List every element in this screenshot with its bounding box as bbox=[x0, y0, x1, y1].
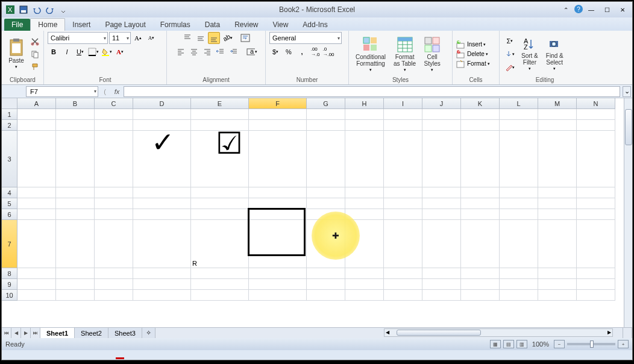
column-header-B[interactable]: B bbox=[56, 98, 95, 109]
worksheet-grid[interactable]: ABCDEFGHIJKLMN 12345678910 R ✓ ☑ ✚ bbox=[2, 98, 632, 327]
cell-H7[interactable] bbox=[345, 220, 384, 268]
sheet-tab-3[interactable]: Sheet3 bbox=[108, 328, 142, 338]
decrease-decimal-button[interactable]: .0→.00 bbox=[322, 46, 334, 58]
row-header-3[interactable]: 3 bbox=[2, 131, 17, 187]
cell-B8[interactable] bbox=[56, 268, 95, 279]
cell-G9[interactable] bbox=[307, 279, 345, 290]
cell-B5[interactable] bbox=[56, 198, 95, 209]
cell-E8[interactable] bbox=[191, 268, 249, 279]
copy-button[interactable] bbox=[29, 48, 41, 60]
cell-H9[interactable] bbox=[345, 279, 384, 290]
cell-G8[interactable] bbox=[307, 268, 345, 279]
cell-N8[interactable] bbox=[577, 268, 615, 279]
cell-L9[interactable] bbox=[500, 279, 538, 290]
font-color-button[interactable]: A▾ bbox=[114, 46, 126, 58]
cell-D7[interactable] bbox=[133, 220, 191, 268]
column-header-N[interactable]: N bbox=[577, 98, 615, 109]
cell-B3[interactable] bbox=[56, 131, 95, 187]
cell-E5[interactable] bbox=[191, 198, 249, 209]
number-format-dropdown[interactable]: General bbox=[269, 32, 342, 44]
clear-button[interactable]: ▾ bbox=[503, 61, 516, 74]
comma-format-button[interactable]: , bbox=[296, 46, 308, 58]
cell-J4[interactable] bbox=[422, 187, 461, 198]
tab-home[interactable]: Home bbox=[30, 18, 65, 31]
cell-I4[interactable] bbox=[384, 187, 422, 198]
cell-N9[interactable] bbox=[577, 279, 615, 290]
underline-button[interactable]: U▾ bbox=[74, 46, 86, 58]
cell-A5[interactable] bbox=[17, 198, 56, 209]
cell-I1[interactable] bbox=[384, 109, 422, 120]
cell-L8[interactable] bbox=[500, 268, 538, 279]
cell-A2[interactable] bbox=[17, 120, 56, 131]
tab-review[interactable]: Review bbox=[227, 19, 265, 31]
align-center-button[interactable] bbox=[188, 46, 200, 58]
cell-K9[interactable] bbox=[461, 279, 500, 290]
column-header-F[interactable]: F bbox=[249, 98, 307, 109]
column-header-I[interactable]: I bbox=[384, 98, 422, 109]
cell-F10[interactable] bbox=[249, 290, 307, 301]
sheet-nav-next[interactable]: ▶ bbox=[21, 328, 31, 338]
row-header-7[interactable]: 7 bbox=[2, 220, 17, 268]
cell-E4[interactable] bbox=[191, 187, 249, 198]
cell-I8[interactable] bbox=[384, 268, 422, 279]
vertical-scroll-thumb[interactable] bbox=[625, 109, 632, 145]
cell-N2[interactable] bbox=[577, 120, 615, 131]
cell-G5[interactable] bbox=[307, 198, 345, 209]
cell-H3[interactable] bbox=[345, 131, 384, 187]
file-tab[interactable]: File bbox=[4, 19, 30, 31]
row-header-8[interactable]: 8 bbox=[2, 268, 17, 279]
cell-D4[interactable] bbox=[133, 187, 191, 198]
sort-filter-button[interactable]: AZ Sort & Filter▾ bbox=[518, 36, 541, 73]
zoom-in-button[interactable]: + bbox=[618, 340, 629, 348]
accounting-format-button[interactable]: $▾ bbox=[269, 46, 281, 58]
cell-L2[interactable] bbox=[500, 120, 538, 131]
row-header-9[interactable]: 9 bbox=[2, 279, 17, 290]
cell-K7[interactable] bbox=[461, 220, 500, 268]
cell-A1[interactable] bbox=[17, 109, 56, 120]
bold-button[interactable]: B bbox=[48, 46, 60, 58]
cell-I3[interactable] bbox=[384, 131, 422, 187]
cell-E10[interactable] bbox=[191, 290, 249, 301]
cell-L3[interactable] bbox=[500, 131, 538, 187]
conditional-formatting-button[interactable]: Conditional Formatting▾ bbox=[353, 34, 389, 74]
cell-I9[interactable] bbox=[384, 279, 422, 290]
column-header-M[interactable]: M bbox=[538, 98, 577, 109]
cell-B7[interactable] bbox=[56, 220, 95, 268]
tab-data[interactable]: Data bbox=[198, 19, 227, 31]
row-header-5[interactable]: 5 bbox=[2, 198, 17, 209]
sheet-nav-last[interactable]: ⏭ bbox=[31, 328, 40, 338]
sheet-nav-first[interactable]: ⏮ bbox=[2, 328, 11, 338]
cell-F2[interactable] bbox=[249, 120, 307, 131]
row-header-4[interactable]: 4 bbox=[2, 187, 17, 198]
align-right-button[interactable] bbox=[201, 46, 213, 58]
align-bottom-button[interactable] bbox=[208, 32, 220, 44]
align-top-button[interactable] bbox=[181, 32, 193, 44]
cell-K4[interactable] bbox=[461, 187, 500, 198]
increase-indent-button[interactable] bbox=[228, 46, 240, 58]
zoom-slider[interactable] bbox=[567, 343, 615, 345]
column-header-C[interactable]: C bbox=[95, 98, 133, 109]
cell-C5[interactable] bbox=[95, 198, 133, 209]
name-box[interactable]: F7 bbox=[26, 86, 98, 97]
paste-button[interactable]: Paste ▾ bbox=[5, 37, 27, 71]
cell-N10[interactable] bbox=[577, 290, 615, 301]
cell-G7[interactable] bbox=[307, 220, 345, 268]
cell-H8[interactable] bbox=[345, 268, 384, 279]
cell-B2[interactable] bbox=[56, 120, 95, 131]
percent-format-button[interactable]: % bbox=[283, 46, 295, 58]
cell-F9[interactable] bbox=[249, 279, 307, 290]
cell-D2[interactable] bbox=[133, 120, 191, 131]
orientation-button[interactable]: ab▾ bbox=[221, 32, 233, 44]
cell-F4[interactable] bbox=[249, 187, 307, 198]
cell-H6[interactable] bbox=[345, 209, 384, 220]
cell-B9[interactable] bbox=[56, 279, 95, 290]
cell-L4[interactable] bbox=[500, 187, 538, 198]
cell-F6[interactable] bbox=[249, 209, 307, 220]
cell-D9[interactable] bbox=[133, 279, 191, 290]
cell-G3[interactable] bbox=[307, 131, 345, 187]
cell-N1[interactable] bbox=[577, 109, 615, 120]
cell-I5[interactable] bbox=[384, 198, 422, 209]
tab-insert[interactable]: Insert bbox=[65, 19, 98, 31]
cell-D10[interactable] bbox=[133, 290, 191, 301]
qat-more-icon[interactable] bbox=[57, 4, 69, 16]
